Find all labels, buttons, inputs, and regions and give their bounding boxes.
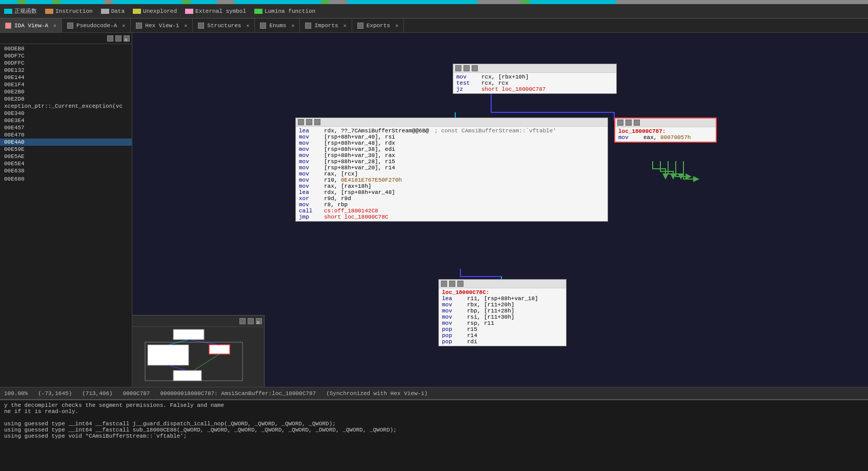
legend-item: Instruction <box>45 8 93 14</box>
top-bar <box>0 0 868 4</box>
tab-close-btn[interactable]: ✕ <box>246 23 249 29</box>
asm-line: mov [rsp+88h+var_30], rax <box>298 152 605 159</box>
block-icon2 <box>463 65 470 71</box>
sidebar-item[interactable]: 00E340 <box>0 110 132 117</box>
block-icon2 <box>306 119 312 125</box>
tab-hexview-1[interactable]: Hex View-1✕ <box>131 18 193 33</box>
sidebar-item[interactable]: 00E59E <box>0 146 132 153</box>
asm-line: lea rdx, ??_7CAmsiBufferStream@@6B@ ; co… <box>298 128 605 134</box>
sidebar-item[interactable]: 00E638 <box>0 167 132 174</box>
block-icon2 <box>625 120 632 126</box>
sidebar-item[interactable]: 00DEB8 <box>0 45 132 52</box>
sidebar-close-icon[interactable]: ✕ <box>124 35 130 42</box>
asm-line: mov [rsp+88h+var_20], r14 <box>298 165 605 171</box>
minimap-panel: ✕ <box>132 315 265 387</box>
sidebar-float-icon[interactable] <box>115 35 122 42</box>
block-icon1 <box>455 65 461 71</box>
tab-bar[interactable]: IDA View-A✕Pseudocode-A✕Hex View-1✕Struc… <box>0 18 868 33</box>
tab-icon <box>198 23 204 29</box>
asm-line: mov rsp, r11 <box>441 320 564 326</box>
block-icon1 <box>298 119 304 125</box>
coords: (-73,1645) <box>38 390 72 397</box>
svg-line-6 <box>168 365 187 370</box>
block-header <box>439 280 566 288</box>
tab-label: Structures <box>207 23 241 29</box>
sidebar-item[interactable]: 00E2B0 <box>0 88 132 95</box>
sidebar-item[interactable]: 00E1F4 <box>0 81 132 88</box>
sidebar-item[interactable]: 00E3E4 <box>0 117 132 124</box>
tab-close-btn[interactable]: ✕ <box>53 23 56 29</box>
legend-item: Data <box>101 8 125 14</box>
tab-label: Pseudocode-A <box>76 23 117 29</box>
block-icon3 <box>634 120 640 126</box>
minimap-canvas <box>132 327 264 387</box>
console-line: using guessed type __int64 __fastcall su… <box>4 427 864 433</box>
asm-line: call cs:off_1800142C8 <box>298 208 605 214</box>
sidebar-item[interactable]: 00E680 <box>0 175 132 183</box>
tab-close-btn[interactable]: ✕ <box>184 23 187 29</box>
status-bar: 100.00% (-73,1645) (713,406) 0000C787 00… <box>0 387 868 399</box>
tab-imports[interactable]: Imports✕ <box>300 18 352 33</box>
tab-close-btn[interactable]: ✕ <box>291 23 294 29</box>
legend-item: 正规函数 <box>4 7 37 15</box>
legend-color-box <box>133 9 141 14</box>
block-icon2 <box>449 281 455 287</box>
sidebar-item[interactable]: 00E5AE <box>0 153 132 160</box>
asm-line: mov rax, [rax+18h] <box>298 183 605 189</box>
sidebar-item[interactable]: 00E144 <box>0 74 132 81</box>
legend-label: Unexplored <box>143 8 177 14</box>
minimap-restore-icon[interactable] <box>239 318 246 324</box>
sidebar-item[interactable]: 00DF7C <box>0 52 132 60</box>
asm-line-loc: loc_18000C78C: <box>441 289 564 296</box>
asm-line: mov [rsp+88h+var_28], r15 <box>298 159 605 165</box>
legend-color-box <box>254 9 263 14</box>
sidebar-item[interactable]: 00E457 <box>0 124 132 131</box>
block-header <box>615 119 716 127</box>
sidebar-item[interactable]: xception_ptr::_Current_exception(vc <box>0 103 132 110</box>
block-icon3 <box>457 281 463 287</box>
sidebar: ✕ 00DEB800DF7C00DFFC00E13200E14400E1F400… <box>0 33 132 387</box>
address-info: 000000018000C787: AmsiScanBuffer:loc_180… <box>160 390 316 397</box>
tab-label: Imports <box>314 23 338 29</box>
sidebar-item[interactable]: 00E470 <box>0 131 132 139</box>
sidebar-item[interactable]: 00DFFC <box>0 60 132 67</box>
sidebar-item[interactable]: 00E4A0 <box>0 139 132 146</box>
tab-close-btn[interactable]: ✕ <box>344 23 347 29</box>
tab-icon <box>305 23 311 29</box>
tab-idaview-a[interactable]: IDA View-A✕ <box>0 18 62 33</box>
sidebar-item[interactable]: 00E2D8 <box>0 95 132 103</box>
asm-line: mov [rsp+88h+var_40], rsi <box>298 134 605 140</box>
tab-close-btn[interactable]: ✕ <box>122 23 125 29</box>
sidebar-item[interactable] <box>0 183 132 184</box>
tab-icon <box>136 23 142 29</box>
tab-structures[interactable]: Structures✕ <box>193 18 255 33</box>
minimap-close-icon[interactable]: ✕ <box>256 318 262 324</box>
tab-pseudocode-a[interactable]: Pseudocode-A✕ <box>62 18 131 33</box>
minimap-header: ✕ <box>132 316 264 327</box>
ida-view[interactable]: mov rcx, [rbx+10h] test rcx, rcx jz shor… <box>132 33 868 387</box>
asm-line: mov eax, 80070057h <box>617 134 714 141</box>
asm-line: mov rsi, [r11+30h] <box>441 314 564 320</box>
asm-line: mov rbp, [r11+28h] <box>441 308 564 314</box>
asm-line: xor r9d, r9d <box>298 195 605 202</box>
sidebar-item[interactable]: 00E5E4 <box>0 160 132 167</box>
legend-item: Lumina function <box>254 8 315 14</box>
asm-line: test rcx, rcx <box>455 80 614 86</box>
sidebar-list: 00DEB800DF7C00DFFC00E13200E14400E1F400E2… <box>0 44 132 387</box>
tab-enums[interactable]: Enums✕ <box>255 18 300 33</box>
legend-label: Data <box>111 8 125 14</box>
tab-exports[interactable]: Exports✕ <box>352 18 404 33</box>
sidebar-restore-icon[interactable] <box>107 35 113 42</box>
legend-label: 正规函数 <box>14 7 37 15</box>
sidebar-item[interactable]: 00E132 <box>0 67 132 74</box>
asm-line: mov [rsp+88h+var_38], edi <box>298 146 605 152</box>
console-line: using guessed type __int64 __fastcall j_… <box>4 421 864 427</box>
minimap-float-icon[interactable] <box>248 318 254 324</box>
asm-line: mov rbx, [r11+20h] <box>441 302 564 308</box>
legend-label: Lumina function <box>265 8 315 14</box>
legend-item: External symbol <box>185 8 246 14</box>
legend-color-box <box>45 9 53 14</box>
block-icon3 <box>472 65 478 71</box>
tab-close-btn[interactable]: ✕ <box>395 23 398 29</box>
offset: 0000C787 <box>123 390 150 397</box>
